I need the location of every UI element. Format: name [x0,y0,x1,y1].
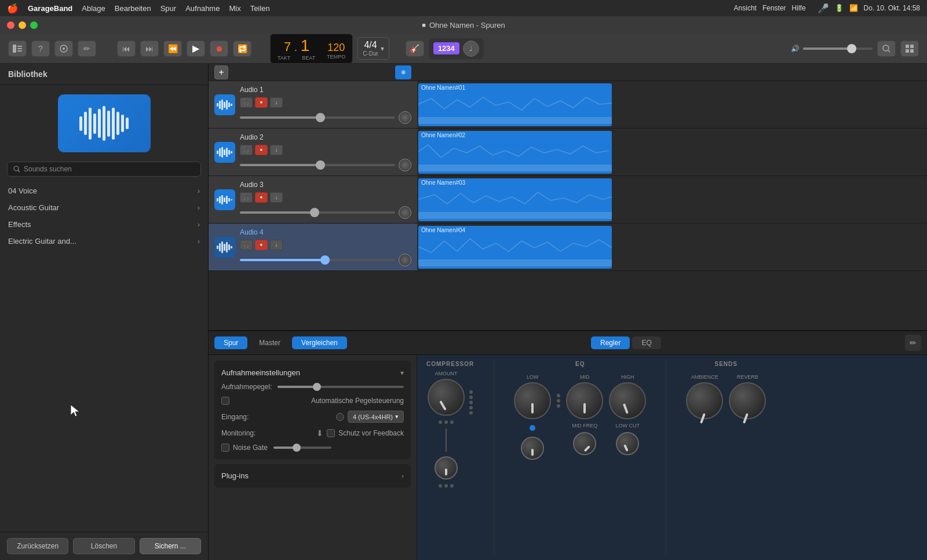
menu-garageband[interactable]: GarageBand [28,4,72,13]
eq-low-knob[interactable] [514,382,551,419]
feedback-checkbox[interactable] [327,429,335,437]
pan-knob-3[interactable] [399,206,411,219]
track-region-3[interactable]: Ohne Namen#03 [418,178,612,221]
record-button-3[interactable]: ● [255,192,268,203]
automatisch-checkbox[interactable] [221,397,229,405]
input-button-3[interactable]: ↓ [270,192,283,203]
input-button-2[interactable]: ↓ [270,145,283,155]
menu-fenster[interactable]: Fenster [762,4,786,12]
track-region-area-1[interactable]: Ohne Namen#01 [417,81,927,128]
tab-spur[interactable]: Spur [214,336,247,349]
library-item-acoustic-guitar[interactable]: Acoustic Guitar › [0,199,208,216]
eq-mid-knob[interactable] [566,382,603,419]
svg-rect-29 [217,198,218,202]
low-knob-group: LOW [514,374,551,460]
record-button-4[interactable]: ● [255,240,268,250]
edit-icon[interactable]: ✏ [905,335,921,351]
eq-low-cut-knob[interactable] [616,432,639,455]
compressor-sub-knob[interactable] [435,456,458,480]
sends-reverb-knob[interactable] [729,382,766,419]
pan-knob-2[interactable] [399,159,411,171]
eingang-radio[interactable] [336,413,344,421]
tuner-button[interactable]: 🎸 [406,41,424,57]
headphone-button-2[interactable]: 🎧 [240,145,253,155]
fast-forward-button[interactable]: ⏭ [140,41,159,57]
add-track-button[interactable]: + [214,65,228,79]
skip-back-button[interactable]: ⏪ [163,41,182,57]
track-region-area-2[interactable]: Ohne Namen#02 [417,129,927,175]
library-item-electric-guitar[interactable]: Electric Guitar and... › [0,233,208,250]
svg-rect-3 [17,50,22,52]
input-button-4[interactable]: ↓ [270,240,283,250]
menu-teilen[interactable]: Teilen [250,4,270,13]
track-region-area-4[interactable]: Ohne Namen#04 [417,224,927,270]
search-button[interactable] [877,41,896,57]
minimize-button[interactable] [19,21,26,29]
record-button-1[interactable]: ● [255,97,268,108]
pan-knob-1[interactable] [399,111,411,124]
volume-slider-3[interactable] [240,211,395,214]
chord-display[interactable]: 1234 ♩ [429,38,484,59]
compressor-amount-knob[interactable] [428,379,465,416]
play-button[interactable]: ▶ [187,41,205,57]
menu-ansicht[interactable]: Ansicht [734,4,757,12]
library-item-effects[interactable]: Effects › [0,216,208,233]
library-toggle-button[interactable] [8,41,27,57]
eq-low-sub-knob[interactable] [521,437,544,460]
volume-slider-4[interactable] [240,259,395,261]
menu-aufnahme[interactable]: Aufnahme [185,4,220,13]
key-value: C-Dur [363,50,378,57]
library-search[interactable]: Sounds suchen [7,162,201,177]
menu-mix[interactable]: Mix [229,4,240,13]
eq-high-knob[interactable] [609,382,646,419]
master-volume-slider[interactable] [803,47,873,50]
menu-ablage[interactable]: Ablage [82,4,105,13]
library-item-04voice[interactable]: 04 Voice › [0,182,208,199]
loop-button[interactable]: 🔁 [233,41,251,57]
headphone-button-4[interactable]: 🎧 [240,240,253,250]
volume-slider-2[interactable] [240,164,395,166]
tab-master[interactable]: Master [250,336,290,349]
headphone-button-1[interactable]: 🎧 [240,97,253,108]
reset-button[interactable]: Zurücksetzen [7,538,68,554]
pencil-tool-button[interactable]: ✏ [78,41,96,57]
eq-mid-freq-knob[interactable] [573,432,596,455]
delete-button[interactable]: Löschen [73,538,134,554]
record-button-2[interactable]: ● [255,145,268,155]
mixer-tab-eq[interactable]: EQ [632,336,660,349]
volume-slider-1[interactable] [240,116,395,119]
input-button-1[interactable]: ↓ [270,97,283,108]
maximize-button[interactable] [30,21,38,29]
menu-spur[interactable]: Spur [160,4,176,13]
track-region-1[interactable]: Ohne Namen#01 [418,83,612,126]
track-region-area-3[interactable]: Ohne Namen#03 [417,176,927,223]
time-signature-display[interactable]: 4/4 C-Dur ▾ [357,37,389,60]
grid-view-button[interactable] [900,41,919,57]
mixer-tab-regler[interactable]: Regler [591,336,630,349]
sends-ambience-knob[interactable] [686,382,723,419]
save-button[interactable]: Sichern ... [140,538,201,554]
tab-vergleichen[interactable]: Vergleichen [292,336,347,349]
snap-button[interactable]: ⊕ [395,65,411,79]
track-region-4[interactable]: Ohne Namen#04 [418,226,612,269]
track-buttons-4: 🎧 ● ↓ [240,240,411,250]
apple-menu[interactable]: 🍎 [7,3,19,14]
smart-controls-button[interactable] [54,41,73,57]
record-button[interactable]: ⏺ [210,41,228,57]
noise-gate-slider[interactable] [273,446,331,449]
close-button[interactable] [7,21,14,29]
rewind-button[interactable]: ⏮ [117,41,136,57]
eingang-select[interactable]: 4 (US-4x4HR) ▾ [348,411,404,423]
noise-gate-checkbox[interactable] [221,444,229,452]
help-button[interactable]: ? [31,41,50,57]
headphone-button-3[interactable]: 🎧 [240,192,253,203]
menu-bearbeiten[interactable]: Bearbeiten [115,4,151,13]
section-chevron-icon[interactable]: ▾ [400,369,404,377]
menu-hilfe[interactable]: Hilfe [792,4,806,12]
aufnahmepegel-slider[interactable] [278,386,404,388]
plugins-row[interactable]: Plug-ins › [221,469,404,483]
svg-line-7 [888,50,890,52]
empty-track-area[interactable] [209,271,927,330]
pan-knob-4[interactable] [399,254,411,266]
track-region-2[interactable]: Ohne Namen#02 [418,131,612,174]
